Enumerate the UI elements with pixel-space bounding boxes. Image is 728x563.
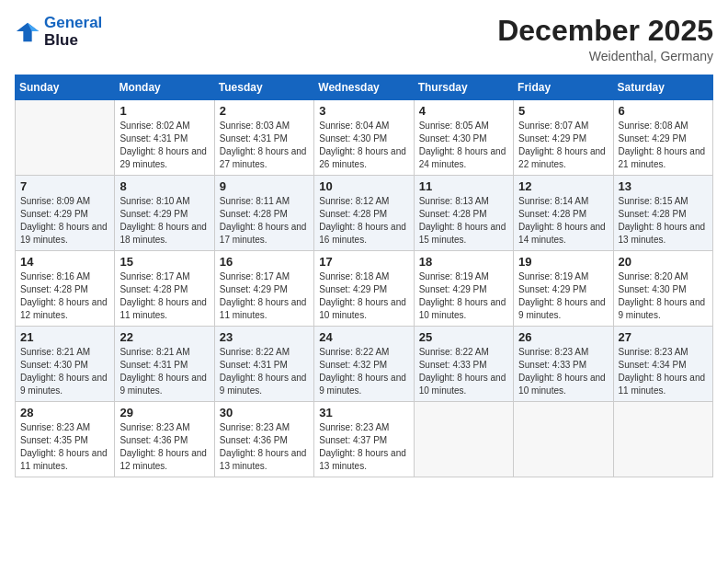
day-number: 29 xyxy=(119,406,209,419)
day-info: Sunrise: 8:23 AMSunset: 4:37 PMDaylight:… xyxy=(319,421,408,473)
sunset-text: Sunset: 4:31 PM xyxy=(220,359,309,372)
logo: General Blue xyxy=(15,15,102,49)
sunset-text: Sunset: 4:28 PM xyxy=(518,208,608,221)
sunrise-text: Sunrise: 8:23 AM xyxy=(319,421,408,434)
calendar-week-row: 1Sunrise: 8:02 AMSunset: 4:31 PMDaylight… xyxy=(16,100,713,176)
sunset-text: Sunset: 4:29 PM xyxy=(419,283,508,296)
daylight-text: Daylight: 8 hours and 16 minutes. xyxy=(319,221,408,247)
daylight-text: Daylight: 8 hours and 26 minutes. xyxy=(319,145,408,171)
day-number: 14 xyxy=(20,255,109,269)
day-number: 6 xyxy=(619,104,708,118)
day-info: Sunrise: 8:10 AMSunset: 4:29 PMDaylight:… xyxy=(119,195,209,247)
day-number: 4 xyxy=(419,104,508,118)
day-number: 18 xyxy=(419,255,508,269)
day-info: Sunrise: 8:17 AMSunset: 4:29 PMDaylight:… xyxy=(220,270,309,322)
day-number: 5 xyxy=(518,104,608,118)
daylight-text: Daylight: 8 hours and 11 minutes. xyxy=(619,372,708,397)
sunrise-text: Sunrise: 8:04 AM xyxy=(319,120,408,132)
calendar-cell: 25Sunrise: 8:22 AMSunset: 4:33 PMDayligh… xyxy=(414,327,513,402)
svg-marker-0 xyxy=(17,22,39,41)
sunset-text: Sunset: 4:28 PM xyxy=(220,208,309,221)
calendar-cell: 10Sunrise: 8:12 AMSunset: 4:28 PMDayligh… xyxy=(314,176,414,251)
calendar-cell: 5Sunrise: 8:07 AMSunset: 4:29 PMDaylight… xyxy=(514,100,613,176)
sunrise-text: Sunrise: 8:08 AM xyxy=(619,120,708,132)
logo-text: General Blue xyxy=(44,15,102,49)
sunset-text: Sunset: 4:29 PM xyxy=(619,132,708,145)
daylight-text: Daylight: 8 hours and 13 minutes. xyxy=(619,221,708,247)
daylight-text: Daylight: 8 hours and 22 minutes. xyxy=(518,145,608,171)
sunrise-text: Sunrise: 8:21 AM xyxy=(119,346,209,359)
calendar-cell: 14Sunrise: 8:16 AMSunset: 4:28 PMDayligh… xyxy=(16,251,115,327)
sunset-text: Sunset: 4:29 PM xyxy=(518,283,608,296)
calendar-cell: 8Sunrise: 8:10 AMSunset: 4:29 PMDaylight… xyxy=(115,176,214,251)
calendar-cell: 3Sunrise: 8:04 AMSunset: 4:30 PMDaylight… xyxy=(314,100,414,176)
logo-icon xyxy=(15,19,40,45)
calendar-cell: 11Sunrise: 8:13 AMSunset: 4:28 PMDayligh… xyxy=(414,176,513,251)
sunset-text: Sunset: 4:28 PM xyxy=(119,283,209,296)
calendar-cell: 17Sunrise: 8:18 AMSunset: 4:29 PMDayligh… xyxy=(314,251,414,327)
calendar-cell: 16Sunrise: 8:17 AMSunset: 4:29 PMDayligh… xyxy=(214,251,313,327)
day-number: 25 xyxy=(419,330,508,344)
calendar-cell: 19Sunrise: 8:19 AMSunset: 4:29 PMDayligh… xyxy=(514,251,613,327)
calendar-cell: 18Sunrise: 8:19 AMSunset: 4:29 PMDayligh… xyxy=(414,251,513,327)
sunrise-text: Sunrise: 8:03 AM xyxy=(220,120,309,132)
day-number: 12 xyxy=(518,179,608,193)
sunset-text: Sunset: 4:35 PM xyxy=(20,434,109,447)
day-info: Sunrise: 8:08 AMSunset: 4:29 PMDaylight:… xyxy=(619,120,708,171)
day-number: 22 xyxy=(119,330,209,344)
sunrise-text: Sunrise: 8:23 AM xyxy=(119,421,209,434)
day-info: Sunrise: 8:02 AMSunset: 4:31 PMDaylight:… xyxy=(119,120,209,171)
day-header-monday: Monday xyxy=(115,75,214,100)
sunset-text: Sunset: 4:30 PM xyxy=(20,359,109,372)
daylight-text: Daylight: 8 hours and 14 minutes. xyxy=(518,221,608,247)
daylight-text: Daylight: 8 hours and 15 minutes. xyxy=(419,221,508,247)
daylight-text: Daylight: 8 hours and 17 minutes. xyxy=(220,221,309,247)
sunrise-text: Sunrise: 8:23 AM xyxy=(220,421,309,434)
daylight-text: Daylight: 8 hours and 12 minutes. xyxy=(20,296,109,322)
daylight-text: Daylight: 8 hours and 27 minutes. xyxy=(220,145,309,171)
sunrise-text: Sunrise: 8:22 AM xyxy=(419,346,508,359)
day-header-friday: Friday xyxy=(514,75,613,100)
calendar-cell: 26Sunrise: 8:23 AMSunset: 4:33 PMDayligh… xyxy=(514,327,613,402)
sunrise-text: Sunrise: 8:07 AM xyxy=(518,120,608,132)
calendar-cell: 29Sunrise: 8:23 AMSunset: 4:36 PMDayligh… xyxy=(115,402,214,477)
day-info: Sunrise: 8:09 AMSunset: 4:29 PMDaylight:… xyxy=(20,195,109,247)
day-info: Sunrise: 8:03 AMSunset: 4:31 PMDaylight:… xyxy=(220,120,309,171)
calendar-cell: 15Sunrise: 8:17 AMSunset: 4:28 PMDayligh… xyxy=(115,251,214,327)
day-info: Sunrise: 8:13 AMSunset: 4:28 PMDaylight:… xyxy=(419,195,508,247)
sunset-text: Sunset: 4:29 PM xyxy=(119,208,209,221)
calendar-cell: 6Sunrise: 8:08 AMSunset: 4:29 PMDaylight… xyxy=(613,100,712,176)
sunrise-text: Sunrise: 8:02 AM xyxy=(119,120,209,132)
sunrise-text: Sunrise: 8:09 AM xyxy=(20,195,109,208)
daylight-text: Daylight: 8 hours and 10 minutes. xyxy=(319,296,408,322)
sunset-text: Sunset: 4:29 PM xyxy=(220,283,309,296)
daylight-text: Daylight: 8 hours and 9 minutes. xyxy=(619,296,708,322)
calendar-week-row: 28Sunrise: 8:23 AMSunset: 4:35 PMDayligh… xyxy=(16,402,713,477)
day-info: Sunrise: 8:11 AMSunset: 4:28 PMDaylight:… xyxy=(220,195,309,247)
location-subtitle: Weidenthal, Germany xyxy=(497,49,713,63)
sunset-text: Sunset: 4:30 PM xyxy=(319,132,408,145)
sunrise-text: Sunrise: 8:13 AM xyxy=(419,195,508,208)
day-number: 28 xyxy=(20,406,109,419)
sunrise-text: Sunrise: 8:23 AM xyxy=(619,346,708,359)
day-info: Sunrise: 8:19 AMSunset: 4:29 PMDaylight:… xyxy=(419,270,508,322)
sunrise-text: Sunrise: 8:17 AM xyxy=(220,270,309,283)
calendar-cell: 27Sunrise: 8:23 AMSunset: 4:34 PMDayligh… xyxy=(613,327,712,402)
sunset-text: Sunset: 4:37 PM xyxy=(319,434,408,447)
day-info: Sunrise: 8:15 AMSunset: 4:28 PMDaylight:… xyxy=(619,195,708,247)
daylight-text: Daylight: 8 hours and 11 minutes. xyxy=(20,447,109,473)
calendar-header-row: SundayMondayTuesdayWednesdayThursdayFrid… xyxy=(16,75,713,100)
sunrise-text: Sunrise: 8:05 AM xyxy=(419,120,508,132)
sunset-text: Sunset: 4:33 PM xyxy=(419,359,508,372)
daylight-text: Daylight: 8 hours and 13 minutes. xyxy=(319,447,408,473)
day-number: 8 xyxy=(119,179,209,193)
day-info: Sunrise: 8:17 AMSunset: 4:28 PMDaylight:… xyxy=(119,270,209,322)
day-number: 1 xyxy=(119,104,209,118)
calendar-cell: 2Sunrise: 8:03 AMSunset: 4:31 PMDaylight… xyxy=(214,100,313,176)
sunset-text: Sunset: 4:28 PM xyxy=(619,208,708,221)
day-info: Sunrise: 8:23 AMSunset: 4:34 PMDaylight:… xyxy=(619,346,708,397)
calendar-cell: 30Sunrise: 8:23 AMSunset: 4:36 PMDayligh… xyxy=(214,402,313,477)
sunset-text: Sunset: 4:31 PM xyxy=(119,132,209,145)
calendar-cell: 21Sunrise: 8:21 AMSunset: 4:30 PMDayligh… xyxy=(16,327,115,402)
sunrise-text: Sunrise: 8:21 AM xyxy=(20,346,109,359)
